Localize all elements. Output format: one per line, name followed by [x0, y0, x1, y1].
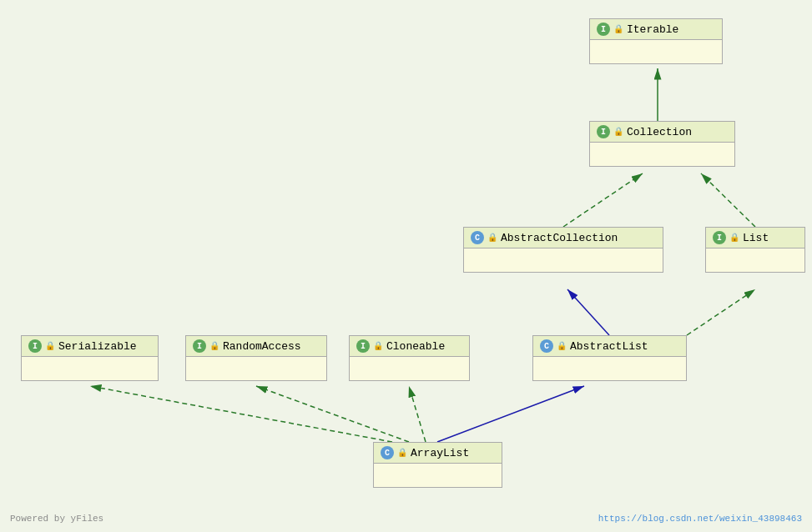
node-abstractcollection-body — [464, 248, 663, 272]
node-list-label: List — [743, 232, 769, 244]
node-iterable-body — [590, 40, 722, 63]
svg-line-6 — [90, 386, 392, 442]
badge-interface-serializable: I — [28, 339, 42, 353]
lock-icon-randomaccess: 🔒 — [209, 341, 219, 351]
lock-icon-arraylist: 🔒 — [397, 448, 407, 458]
badge-interface-collection: I — [597, 125, 610, 138]
node-iterable-header: I 🔒 Iterable — [590, 19, 722, 40]
lock-icon-serializable: 🔒 — [45, 341, 55, 351]
node-arraylist-header: C 🔒 ArrayList — [374, 443, 502, 464]
node-collection-body — [590, 143, 734, 166]
node-randomaccess[interactable]: I 🔒 RandomAccess — [185, 335, 327, 381]
svg-line-7 — [256, 386, 409, 442]
svg-line-8 — [409, 386, 426, 442]
node-arraylist-body — [374, 464, 502, 487]
footer-right: https://blog.csdn.net/weixin_43898463 — [598, 514, 802, 524]
node-abstractlist-label: AbstractList — [570, 340, 648, 353]
node-serializable-body — [22, 357, 158, 380]
svg-line-4 — [687, 289, 755, 335]
node-serializable-label: Serializable — [58, 340, 137, 353]
badge-interface-list: I — [713, 231, 726, 244]
lock-icon-cloneable: 🔒 — [373, 341, 383, 351]
badge-interface-cloneable: I — [356, 339, 370, 353]
node-abstractlist[interactable]: C 🔒 AbstractList — [532, 335, 687, 381]
node-randomaccess-label: RandomAccess — [223, 340, 301, 353]
lock-icon-abstractcollection: 🔒 — [487, 233, 497, 243]
node-list[interactable]: I 🔒 List — [705, 227, 805, 273]
node-collection-label: Collection — [627, 126, 692, 138]
node-iterable-label: Iterable — [627, 23, 678, 36]
footer-left: Powered by yFiles — [10, 514, 103, 524]
badge-interface-randomaccess: I — [193, 339, 206, 353]
node-cloneable-label: Cloneable — [386, 340, 445, 353]
node-abstractlist-body — [533, 357, 686, 380]
node-list-header: I 🔒 List — [706, 228, 804, 248]
node-arraylist-label: ArrayList — [411, 447, 469, 459]
badge-class-arraylist: C — [381, 446, 394, 459]
node-abstractcollection-label: AbstractCollection — [501, 232, 618, 244]
node-abstractcollection[interactable]: C 🔒 AbstractCollection — [463, 227, 663, 273]
node-cloneable[interactable]: I 🔒 Cloneable — [349, 335, 470, 381]
node-cloneable-header: I 🔒 Cloneable — [350, 336, 469, 357]
lock-icon-iterable: 🔒 — [613, 24, 623, 34]
lock-icon-collection: 🔒 — [613, 127, 623, 137]
node-iterable[interactable]: I 🔒 Iterable — [589, 18, 723, 64]
badge-interface-iterable: I — [597, 23, 610, 36]
node-arraylist[interactable]: C 🔒 ArrayList — [373, 442, 502, 488]
node-collection-header: I 🔒 Collection — [590, 122, 734, 143]
node-abstractlist-header: C 🔒 AbstractList — [533, 336, 686, 357]
node-cloneable-body — [350, 357, 469, 380]
node-abstractcollection-header: C 🔒 AbstractCollection — [464, 228, 663, 248]
lock-icon-abstractlist: 🔒 — [557, 341, 567, 351]
svg-line-2 — [701, 173, 755, 227]
node-collection[interactable]: I 🔒 Collection — [589, 121, 735, 167]
node-randomaccess-header: I 🔒 RandomAccess — [186, 336, 326, 357]
node-serializable-header: I 🔒 Serializable — [22, 336, 158, 357]
badge-class-abstractlist: C — [540, 339, 553, 353]
svg-line-3 — [567, 289, 609, 335]
diagram-canvas: I 🔒 Iterable I 🔒 Collection C 🔒 Abstract… — [0, 0, 812, 532]
node-list-body — [706, 248, 804, 272]
badge-class-abstractcollection: C — [471, 231, 484, 244]
lock-icon-list: 🔒 — [729, 233, 739, 243]
svg-line-5 — [437, 386, 584, 442]
node-randomaccess-body — [186, 357, 326, 380]
svg-line-1 — [563, 173, 643, 227]
node-serializable[interactable]: I 🔒 Serializable — [21, 335, 159, 381]
